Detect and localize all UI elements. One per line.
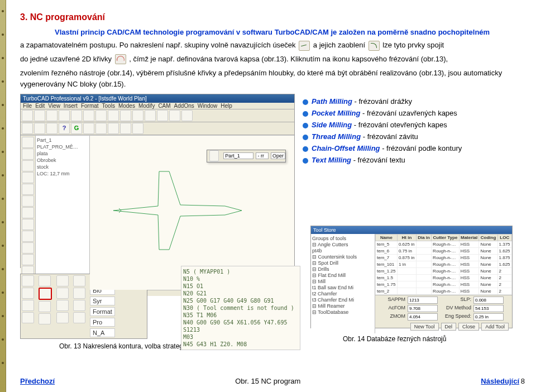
previous-link[interactable]: Předchozí [20,377,55,385]
page-title: 3. NC programování [20,12,519,22]
menu-item[interactable]: Tools [102,103,115,109]
tree-item[interactable]: t3 Chamfer End Mi [312,297,374,303]
bullet-icon [303,99,308,105]
bottom-toolbar-col-2 [39,275,52,337]
nc-line: N45 G43 H1 Z20. M08 [183,341,298,348]
acfom-input[interactable] [408,305,438,312]
bottom-toolbar-col-3 [56,275,69,337]
para1-b: a jejich zaoblení [313,41,365,49]
level-label: N_A [90,328,115,337]
bottom-toolbar-col-1 [22,275,34,337]
line-segment-icon [299,41,310,51]
col-header: Dia in [416,235,431,241]
col-header: Name [376,235,398,241]
table-row[interactable]: tem_2Rough-n-…HSSNone2 [376,288,512,295]
part-dropdown[interactable]: Part_1 [223,152,253,159]
bullet-icon [303,111,308,117]
rr-field[interactable]: - rr [256,152,269,159]
dialog-button[interactable]: New Tool [410,323,439,331]
dialog-button[interactable]: Del [441,323,457,331]
engspeed-input[interactable] [473,313,504,321]
bullet-item: Text Milling - frézování textu [303,156,492,164]
paragraph-3: zvolením řezného nástroje (obr.14), výbě… [20,68,519,91]
table-row[interactable]: tem_1.75Rough-n-…HSSNone2 [376,281,512,288]
menu-item[interactable]: Edit [35,103,45,109]
nc-line: N15 O1 [183,283,298,290]
pocket-milling-button[interactable] [39,288,52,300]
tree-item[interactable]: ⊟ ToolDatabase [312,309,374,315]
tree-item[interactable]: pt4b [312,247,374,254]
explorer-item[interactable]: Obrobek [37,157,88,164]
menu-item[interactable]: Format [81,103,99,109]
tree-item[interactable]: ⊟ Flat End Mill [312,272,374,278]
paragraph-2: do jedné uzavřené 2D křivky , čímž je na… [20,54,519,65]
titlebar: TurboCAD Professional v9.2 - [Istsdfe Wo… [21,94,294,103]
bullet-icon [303,135,308,140]
tree-item[interactable]: ⊟ Drills [312,266,374,272]
next-link[interactable]: Následující [481,377,519,385]
subtitle: Vlastní princip CAD/CAM technologie prog… [55,28,519,36]
col-header: Cutter Type [432,235,460,241]
menu-item[interactable]: CAM [158,103,170,109]
page-number: 8 [521,377,525,385]
nc-line: N10 % [183,275,298,283]
level-label: Format [90,307,115,316]
toolbar-top-2: ?G [21,122,294,135]
tree-item[interactable]: t1 Ball saw End Mi [312,284,374,290]
dialog-button[interactable]: Close [458,323,479,331]
tree-item[interactable]: Groups of tools [312,235,374,241]
menu-item[interactable]: Help [221,103,232,109]
menu-item[interactable]: Insert [64,103,78,109]
bullet-item: Side Milling - frézování otevřených kape… [303,121,492,129]
tool-params-panel: SAPPM AcFOM ZMOM SLP: DV Method Eng Spee… [375,295,512,333]
menu-item[interactable]: View [48,103,60,109]
table-row[interactable]: tem_1.5Rough-n-…HSSNone2 [376,275,512,281]
figure14-caption: Obr. 14 Databáze řezných nástrojů [343,335,446,343]
nc-line: N30 ( Tool comment is not found ) [183,304,298,312]
dvmethod-input[interactable] [473,305,504,312]
tool-tree[interactable]: Groups of tools⊟ Angle Cutters pt4b⊟ Cou… [311,234,375,333]
tree-item[interactable]: ⊟ Mill Reamer [312,303,374,309]
table-row[interactable]: tem_60.75 inRough-n-…HSSNone1.625 [376,248,512,255]
slp-input[interactable] [473,297,504,304]
zmom-input[interactable] [408,313,438,321]
bullet-icon [303,146,308,152]
menu-item[interactable]: Modify [138,103,155,109]
level-label: Pro [90,318,115,327]
sappm-input[interactable] [408,297,438,304]
table-row[interactable]: tem_1011 inRough-n-…HSSNone1.625 [376,261,512,268]
table-row[interactable]: tem_1.25Rough-n-…HSSNone2 [376,268,512,275]
tree-item[interactable]: ⊟ Countersink tools [312,254,374,260]
tree-item[interactable]: t2 Chamfer [312,290,374,297]
menu-item[interactable]: Modes [118,103,135,109]
explorer-item[interactable]: LOC: 12,7 mm [37,170,88,177]
menu-item[interactable]: Window [198,103,218,109]
bullet-icon [303,158,308,164]
path-milling-icon[interactable] [209,150,219,161]
toolbar-left [21,136,36,290]
oper-field[interactable]: Oper [271,152,285,159]
tree-item[interactable]: ⊟ Spot Drill [312,260,374,266]
explorer-item[interactable]: PLAT_PRO_MĚ… [37,144,88,150]
cam-popup-toolbar: Part_1 - rr Oper [207,150,286,162]
binding-decoration [0,0,6,392]
explorer-panel: Part_1PLAT_PRO_MĚ…plataObrobekstockLOC: … [36,136,90,290]
nc-code-listing: N5 ( MYAPP01 )N10 %N15 O1N20 G21N25 G00 … [181,266,300,350]
table-row[interactable]: tem_70.875 inRough-n-…HSSNone1.875 [376,255,512,261]
menu-item[interactable]: AddOns [174,103,194,109]
nc-line: N25 G00 G17 G40 G49 G80 G91 [183,297,298,304]
para1-a: a zapamatovatelném postupu. Po nakreslen… [20,41,296,49]
table-row[interactable]: tem_50.625 inRough-n-…HSSNone1.375 [376,241,512,248]
tree-item[interactable]: ⊟ Mill [312,278,374,284]
turbocad-screenshot: TurboCAD Professional v9.2 - [Istsdfe Wo… [20,94,295,268]
tree-item[interactable]: ⊟ Angle Cutters [312,241,374,247]
explorer-item[interactable]: stock [37,164,88,170]
tool-store-title: Tool Store [311,226,512,234]
menu-item[interactable]: File [23,103,32,109]
dialog-button[interactable]: Add Tool [481,323,509,331]
bullet-item: Path Milling - frézování drážky [303,97,492,106]
explorer-item[interactable]: plata [37,150,88,157]
explorer-item[interactable]: Part_1 [37,137,88,144]
col-header: Ht in [397,235,416,241]
tool-grid[interactable]: NameHt inDia inCutter TypeMaterialCoding… [375,234,512,295]
